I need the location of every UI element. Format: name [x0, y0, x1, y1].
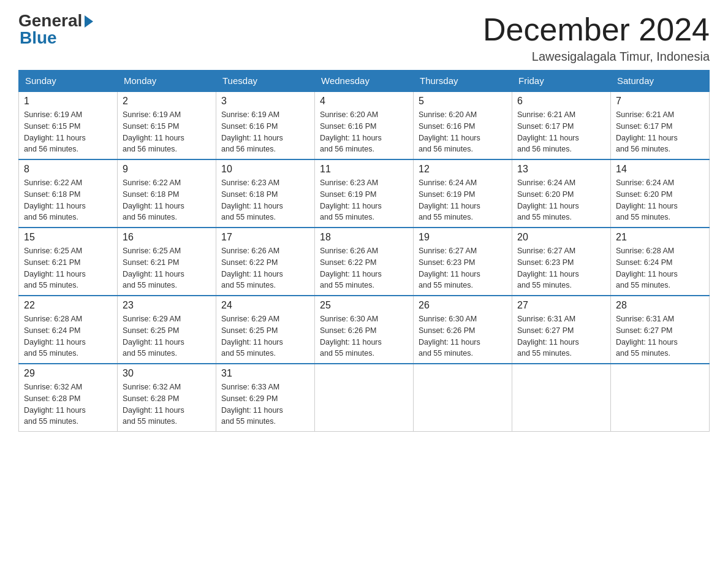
day-info: Sunrise: 6:27 AMSunset: 6:23 PMDaylight:… [419, 245, 507, 291]
day-number: 20 [517, 232, 605, 243]
calendar-day-27: 27Sunrise: 6:31 AMSunset: 6:27 PMDayligh… [512, 296, 611, 364]
day-number: 10 [221, 164, 309, 175]
calendar-day-18: 18Sunrise: 6:26 AMSunset: 6:22 PMDayligh… [315, 228, 414, 296]
day-number: 31 [221, 368, 309, 379]
day-info: Sunrise: 6:28 AMSunset: 6:24 PMDaylight:… [24, 313, 112, 359]
day-info: Sunrise: 6:24 AMSunset: 6:19 PMDaylight:… [419, 177, 507, 223]
day-info: Sunrise: 6:27 AMSunset: 6:23 PMDaylight:… [517, 245, 605, 291]
day-info: Sunrise: 6:20 AMSunset: 6:16 PMDaylight:… [320, 109, 408, 155]
day-number: 18 [320, 232, 408, 243]
calendar-day-6: 6Sunrise: 6:21 AMSunset: 6:17 PMDaylight… [512, 91, 611, 159]
day-info: Sunrise: 6:30 AMSunset: 6:26 PMDaylight:… [320, 313, 408, 359]
day-number: 13 [517, 164, 605, 175]
logo-arrow-icon [85, 15, 93, 28]
day-info: Sunrise: 6:32 AMSunset: 6:28 PMDaylight:… [123, 381, 211, 427]
logo-general: General [18, 12, 93, 29]
day-number: 23 [123, 300, 211, 311]
calendar-day-3: 3Sunrise: 6:19 AMSunset: 6:16 PMDaylight… [216, 91, 315, 159]
day-info: Sunrise: 6:19 AMSunset: 6:16 PMDaylight:… [221, 109, 309, 155]
calendar-header-wednesday: Wednesday [315, 71, 414, 92]
calendar-empty-cell [414, 364, 512, 432]
day-info: Sunrise: 6:26 AMSunset: 6:22 PMDaylight:… [221, 245, 309, 291]
day-number: 15 [24, 232, 112, 243]
day-info: Sunrise: 6:31 AMSunset: 6:27 PMDaylight:… [616, 313, 704, 359]
title-block: December 2024 Lawesigalagala Timur, Indo… [483, 12, 710, 64]
day-number: 19 [419, 232, 507, 243]
day-info: Sunrise: 6:22 AMSunset: 6:18 PMDaylight:… [123, 177, 211, 223]
day-number: 2 [123, 96, 211, 107]
calendar-header-monday: Monday [118, 71, 216, 92]
day-number: 17 [221, 232, 309, 243]
day-number: 29 [24, 368, 112, 379]
day-number: 21 [616, 232, 704, 243]
calendar-day-20: 20Sunrise: 6:27 AMSunset: 6:23 PMDayligh… [512, 228, 611, 296]
day-number: 26 [419, 300, 507, 311]
day-info: Sunrise: 6:30 AMSunset: 6:26 PMDaylight:… [419, 313, 507, 359]
day-number: 3 [221, 96, 309, 107]
calendar-day-9: 9Sunrise: 6:22 AMSunset: 6:18 PMDaylight… [118, 159, 216, 228]
calendar-header-thursday: Thursday [414, 71, 512, 92]
calendar-day-26: 26Sunrise: 6:30 AMSunset: 6:26 PMDayligh… [414, 296, 512, 364]
calendar-header-sunday: Sunday [19, 71, 118, 92]
calendar-day-22: 22Sunrise: 6:28 AMSunset: 6:24 PMDayligh… [19, 296, 118, 364]
calendar-day-24: 24Sunrise: 6:29 AMSunset: 6:25 PMDayligh… [216, 296, 315, 364]
calendar-day-17: 17Sunrise: 6:26 AMSunset: 6:22 PMDayligh… [216, 228, 315, 296]
calendar-week-4: 22Sunrise: 6:28 AMSunset: 6:24 PMDayligh… [19, 296, 710, 364]
calendar-day-13: 13Sunrise: 6:24 AMSunset: 6:20 PMDayligh… [512, 159, 611, 228]
logo-general-text: General [18, 12, 82, 29]
calendar-header-tuesday: Tuesday [216, 71, 315, 92]
day-info: Sunrise: 6:19 AMSunset: 6:15 PMDaylight:… [24, 109, 112, 155]
day-number: 14 [616, 164, 704, 175]
calendar-header-row: SundayMondayTuesdayWednesdayThursdayFrid… [19, 71, 710, 92]
calendar-day-28: 28Sunrise: 6:31 AMSunset: 6:27 PMDayligh… [611, 296, 710, 364]
day-number: 7 [616, 96, 704, 107]
day-info: Sunrise: 6:25 AMSunset: 6:21 PMDaylight:… [24, 245, 112, 291]
day-number: 6 [517, 96, 605, 107]
calendar-empty-cell [512, 364, 611, 432]
calendar-day-5: 5Sunrise: 6:20 AMSunset: 6:16 PMDaylight… [414, 91, 512, 159]
day-info: Sunrise: 6:29 AMSunset: 6:25 PMDaylight:… [123, 313, 211, 359]
day-info: Sunrise: 6:22 AMSunset: 6:18 PMDaylight:… [24, 177, 112, 223]
calendar-day-2: 2Sunrise: 6:19 AMSunset: 6:15 PMDaylight… [118, 91, 216, 159]
day-info: Sunrise: 6:23 AMSunset: 6:19 PMDaylight:… [320, 177, 408, 223]
calendar-empty-cell [315, 364, 414, 432]
calendar-day-12: 12Sunrise: 6:24 AMSunset: 6:19 PMDayligh… [414, 159, 512, 228]
day-info: Sunrise: 6:32 AMSunset: 6:28 PMDaylight:… [24, 381, 112, 427]
calendar-week-2: 8Sunrise: 6:22 AMSunset: 6:18 PMDaylight… [19, 159, 710, 228]
day-info: Sunrise: 6:23 AMSunset: 6:18 PMDaylight:… [221, 177, 309, 223]
day-info: Sunrise: 6:21 AMSunset: 6:17 PMDaylight:… [517, 109, 605, 155]
calendar-day-1: 1Sunrise: 6:19 AMSunset: 6:15 PMDaylight… [19, 91, 118, 159]
day-info: Sunrise: 6:33 AMSunset: 6:29 PMDaylight:… [221, 381, 309, 427]
calendar-day-4: 4Sunrise: 6:20 AMSunset: 6:16 PMDaylight… [315, 91, 414, 159]
calendar-day-10: 10Sunrise: 6:23 AMSunset: 6:18 PMDayligh… [216, 159, 315, 228]
day-number: 16 [123, 232, 211, 243]
day-info: Sunrise: 6:20 AMSunset: 6:16 PMDaylight:… [419, 109, 507, 155]
logo: General Blue [18, 12, 93, 47]
day-number: 4 [320, 96, 408, 107]
day-info: Sunrise: 6:29 AMSunset: 6:25 PMDaylight:… [221, 313, 309, 359]
month-title: December 2024 [483, 12, 710, 47]
calendar-week-1: 1Sunrise: 6:19 AMSunset: 6:15 PMDaylight… [19, 91, 710, 159]
day-info: Sunrise: 6:24 AMSunset: 6:20 PMDaylight:… [517, 177, 605, 223]
day-number: 24 [221, 300, 309, 311]
day-info: Sunrise: 6:19 AMSunset: 6:15 PMDaylight:… [123, 109, 211, 155]
calendar-day-16: 16Sunrise: 6:25 AMSunset: 6:21 PMDayligh… [118, 228, 216, 296]
calendar-day-21: 21Sunrise: 6:28 AMSunset: 6:24 PMDayligh… [611, 228, 710, 296]
day-number: 11 [320, 164, 408, 175]
calendar-day-7: 7Sunrise: 6:21 AMSunset: 6:17 PMDaylight… [611, 91, 710, 159]
day-number: 25 [320, 300, 408, 311]
calendar-week-5: 29Sunrise: 6:32 AMSunset: 6:28 PMDayligh… [19, 364, 710, 432]
day-info: Sunrise: 6:28 AMSunset: 6:24 PMDaylight:… [616, 245, 704, 291]
day-number: 5 [419, 96, 507, 107]
calendar-day-31: 31Sunrise: 6:33 AMSunset: 6:29 PMDayligh… [216, 364, 315, 432]
calendar-day-8: 8Sunrise: 6:22 AMSunset: 6:18 PMDaylight… [19, 159, 118, 228]
day-number: 9 [123, 164, 211, 175]
calendar-day-11: 11Sunrise: 6:23 AMSunset: 6:19 PMDayligh… [315, 159, 414, 228]
day-info: Sunrise: 6:24 AMSunset: 6:20 PMDaylight:… [616, 177, 704, 223]
calendar-day-14: 14Sunrise: 6:24 AMSunset: 6:20 PMDayligh… [611, 159, 710, 228]
day-info: Sunrise: 6:25 AMSunset: 6:21 PMDaylight:… [123, 245, 211, 291]
day-number: 28 [616, 300, 704, 311]
calendar-empty-cell [611, 364, 710, 432]
day-number: 8 [24, 164, 112, 175]
calendar-day-29: 29Sunrise: 6:32 AMSunset: 6:28 PMDayligh… [19, 364, 118, 432]
